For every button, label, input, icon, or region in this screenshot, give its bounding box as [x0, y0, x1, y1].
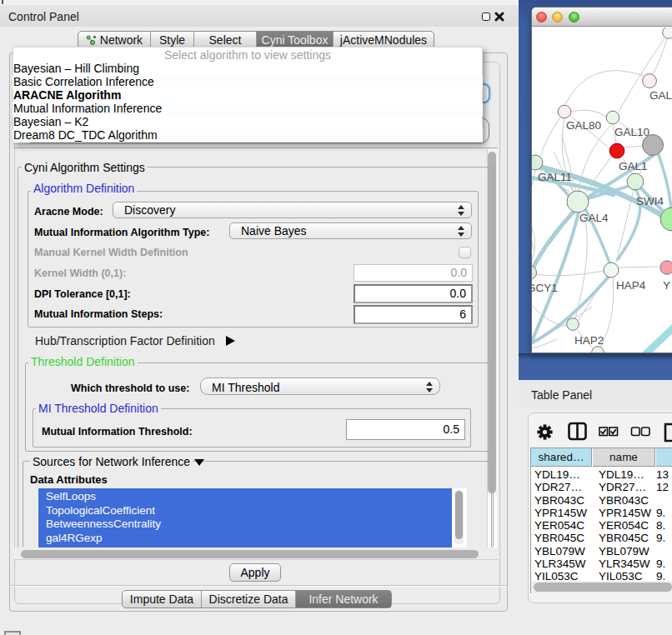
svg-text:Y: Y [663, 279, 670, 292]
svg-text:GAL80: GAL80 [566, 119, 601, 132]
svg-text:GAL1: GAL1 [619, 160, 648, 172]
svg-text:GAL4: GAL4 [579, 212, 609, 224]
svg-text:SWI4: SWI4 [636, 195, 664, 208]
svg-text:GCY1: GCY1 [532, 282, 558, 294]
svg-text:HAP4: HAP4 [616, 279, 646, 292]
svg-text:GAL11: GAL11 [538, 171, 572, 183]
svg-text:GAL7: GAL7 [649, 89, 672, 102]
svg-text:HAP2: HAP2 [574, 334, 604, 347]
svg-text:GAL10: GAL10 [614, 126, 649, 138]
